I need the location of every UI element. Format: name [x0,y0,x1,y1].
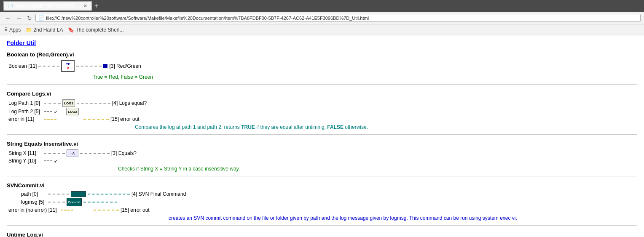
output-boolean: [3] Red/Green [109,63,141,69]
section-compare-logs: Compare Logs.vi Log Path 1 [0] LOG1 [4] … [7,91,637,135]
output-stringx: [3] Equals? [111,150,137,156]
label-logmsg: logmsg [5] [21,199,46,205]
nav-bar: ← → ↻ 📄 file:///C:/new%20controller%20so… [0,12,644,24]
browser-tab[interactable]: 📄 Item%7BA8FDBF00-5B7F-... ✕ [3,1,92,11]
bookmark-icon: 🔖 [68,27,74,33]
wire-out-logpath1 [77,103,110,104]
output-path: [4] SVN Final Command [131,191,186,197]
output-errorin: [15] error out [110,116,140,122]
section-body-compare-logs: Log Path 1 [0] LOG1 [4] Logs equal? Log … [7,99,637,130]
vi-row-boolean: Boolean [11] TF ✕ [3] Red/Green [8,60,637,72]
address-bar[interactable]: 📄 file:///C:/new%20controller%20software… [35,14,641,22]
section-svncommit: SVNCommit.vi path [0] [4] SVN Final Comm… [7,182,637,226]
reload-btn[interactable]: ↻ [25,14,34,22]
bookmarks-bar: ⠿ Folder Util Apps 📁 2nd Hand LA 🔖 The c… [0,24,644,35]
folder-icon: 📁 [26,27,32,33]
bookmark-sherl[interactable]: 🔖 The complete Sherl... [68,27,123,33]
label-stringx: String X [11] [8,150,42,156]
apps-grid-icon: ⠿ [4,27,8,33]
wire-out-errorin-svn [94,210,119,210]
vi-row-path: path [0] [4] SVN Final Command [8,191,637,197]
vi-row-stringy: String Y [10] ↙ [8,158,637,164]
vi-row-errorin-svn: error in (no error) [11] [15] error out [8,207,637,213]
vi-row-stringx: String X [11] =A [3] Equals? [8,149,637,157]
page-secure-icon: 📄 [38,15,44,21]
tab-title: Item%7BA8FDBF00-5B7F-... [16,3,81,9]
desc-string-equals: Checks if String X = String Y in a case … [8,165,637,172]
corner-stringy: ↙ [54,158,58,164]
desc-compare-logs: Compares the log at path 1 and path 2, r… [8,124,637,130]
icon-log2: LOG2 [66,108,79,115]
bookmark-apps[interactable]: ⠿ Folder Util Apps [4,27,21,33]
vi-row-errorin-compare: error in [11] [15] error out [8,116,637,122]
new-tab-btn[interactable]: + [94,2,98,10]
section-title-string-equals: String Equals Insensitive.vi [7,141,637,147]
section-title-compare-logs: Compare Logs.vi [7,91,637,97]
icon-str-eq: =A [67,149,78,157]
vi-row-logpath2: Log Path 2 [5] ↙ LOG2 [8,108,637,115]
label-logpath1: Log Path 1 [0] [8,100,42,106]
label-stringy: String Y [10] [8,158,42,164]
wire-in-stringx [44,153,65,154]
output-logpath1: [4] Logs equal? [112,100,147,106]
icon-commit-top [71,191,86,197]
section-string-equals: String Equals Insensitive.vi String X [1… [7,141,637,176]
section-body-svncommit: path [0] [4] SVN Final Command logmsg [5… [7,191,637,221]
wire-out-stringx [80,153,110,154]
output-indicator-boolean [103,64,107,68]
desc-svncommit: creates an SVN commit command on the fil… [8,215,637,221]
page-title: Folder Util [7,40,637,46]
output-errorin-svn: [15] error out [121,207,150,213]
wire-out-errorin [83,119,109,120]
label-errorin-svn: error in (no error) [11] [8,207,59,213]
label-logpath2: Log Path 2 [5] [8,109,42,115]
wire-in-logpath1 [44,103,61,104]
wire-in-stringy [44,160,52,161]
back-btn[interactable]: ← [3,14,13,22]
wire-in-logmsg [48,202,65,202]
section-title-untime: Untime Log.vi [7,232,637,237]
page-icon: 📄 [8,4,13,8]
tab-close-btn[interactable]: ✕ [83,3,87,9]
wire-in-errorin [44,119,56,120]
desc-boolean: True = Red, False = Green [8,74,637,80]
section-body-boolean: Boolean [11] TF ✕ [3] Red/Green True = R… [7,60,637,80]
wire-out-path [88,194,130,194]
vi-row-logpath1: Log Path 1 [0] LOG1 [4] Logs equal? [8,99,637,107]
label-path: path [0] [21,191,46,197]
corner-logpath2: ↙ [54,109,58,115]
section-boolean-to-red-green: Boolean to (Red,Green).vi Boolean [11] T… [7,51,637,85]
bookmark-2nd-hand[interactable]: 📁 2nd Hand LA [26,27,63,33]
title-bar: 📄 Item%7BA8FDBF00-5B7F-... ✕ + [0,0,644,12]
wire-out-logmsg [83,202,117,202]
wire-in-boolean [38,66,59,67]
icon-commit: Commit [67,198,82,206]
forward-btn[interactable]: → [14,14,24,22]
section-title-svncommit: SVNCommit.vi [7,182,637,189]
wire-in-path [48,194,69,194]
section-body-string-equals: String X [11] =A [3] Equals? String Y [1… [7,149,637,172]
wire-in-logpath2 [44,111,52,112]
label-errorin-compare: error in [11] [8,116,42,122]
page-content: Folder Util Boolean to (Red,Green).vi Bo… [0,35,644,237]
section-title-boolean: Boolean to (Red,Green).vi [7,51,637,58]
vi-row-logmsg: logmsg [5] Commit [8,198,637,206]
url-text: file:///C:/new%20controller%20software/S… [46,16,369,21]
wire-out-boolean [76,66,102,67]
section-untime-log: Untime Log.vi String [11] UNTIME LOG [3]… [7,232,637,237]
label-boolean: Boolean [11] [8,63,37,69]
icon-tf: TF ✕ [61,60,75,72]
icon-log1: LOG1 [62,99,75,107]
wire-in-errorin-svn [61,210,73,210]
